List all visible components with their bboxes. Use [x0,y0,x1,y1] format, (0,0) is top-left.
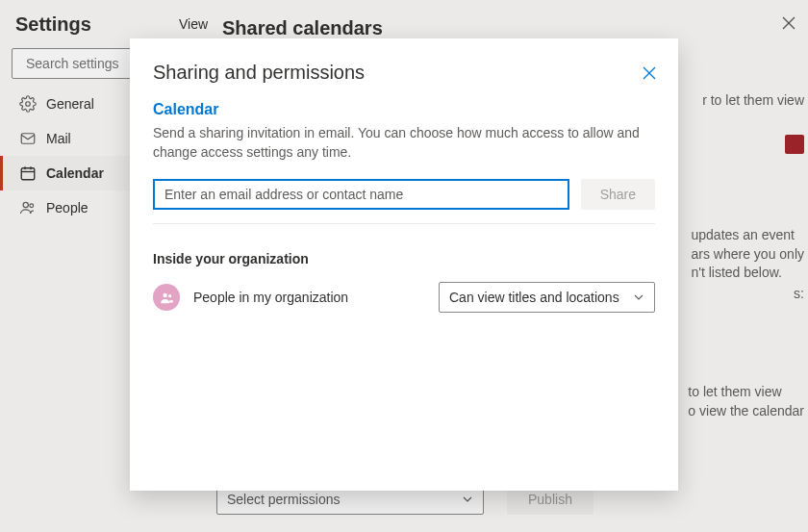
org-avatar [153,284,180,311]
close-dialog-button[interactable] [638,62,661,85]
org-permission-row: People in my organization Can view title… [153,282,655,313]
org-permission-value: Can view titles and locations [449,290,619,305]
share-button[interactable]: Share [581,179,655,210]
dialog-description: Send a sharing invitation in email. You … [153,124,655,162]
org-section-title: Inside your organization [153,251,655,266]
org-permission-dropdown[interactable]: Can view titles and locations [439,282,655,313]
calendar-section-title: Calendar [153,101,655,118]
divider [153,223,655,224]
svg-point-14 [163,293,166,297]
sharing-permissions-dialog: Sharing and permissions Calendar Send a … [130,38,678,491]
dialog-title: Sharing and permissions [153,62,655,84]
svg-point-15 [168,294,171,297]
share-email-input[interactable] [153,179,569,210]
people-icon [160,291,174,305]
org-label: People in my organization [193,290,425,305]
chevron-down-icon [633,291,644,303]
